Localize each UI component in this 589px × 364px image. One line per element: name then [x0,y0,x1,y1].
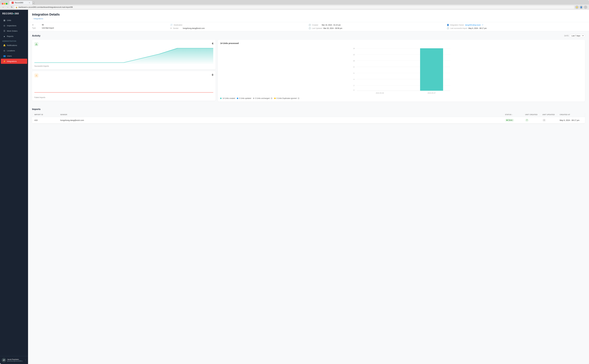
sidebar-item-notifications[interactable]: 🔔 Notifications [1,43,27,48]
sidebar-label-locations: Locations [7,50,15,52]
bar-chart-svg: 14 12 10 8 6 4 2 0 [220,46,583,95]
sidebar-item-reports[interactable]: ▲ Reports [1,34,27,39]
url-text: dashboard-s.record360.com/dashboard/inte… [18,6,73,8]
app-container: RECORD●360 ▦ Units ◎ Inspections ☰ Work … [0,10,589,364]
destination-icon: 📄 [170,24,173,26]
extensions-icon[interactable]: ⭐ [575,6,579,9]
cell-unit-created: 7 [525,119,543,122]
dot-yellow[interactable] [4,3,6,5]
address-bar[interactable]: 🔒 dashboard-s.record360.com/dashboard/in… [14,6,574,9]
col-sender-label: SENDER [60,114,67,116]
refresh-button[interactable]: ↻ [10,6,13,9]
dot-green[interactable] [6,3,7,5]
cell-status: Done [505,119,525,122]
successful-label: Successful Imports [34,65,213,67]
meta-last-import-row: 🕐 Last successful import May 6, 2024 - 0… [447,27,585,29]
user-menu-icon[interactable]: ⋮ [25,359,26,361]
units-processed-card: 14 Units processed 14 12 10 8 6 4 [218,40,585,102]
date-filter-select[interactable]: Last 7 days Last 30 days Last 90 days [570,34,585,38]
sidebar-item-inspections[interactable]: ◎ Inspections [1,23,27,28]
col-import-id: IMPORT ID [34,114,60,116]
chart-legend: 14 Units created 0 Units updated 0 Units… [220,97,583,99]
updated-icon: 🕐 [309,27,311,29]
warning-icon: ⚠ [36,74,37,77]
units-icon: ▦ [3,19,6,21]
legend-dot-unchanged [253,98,254,99]
sidebar-item-users[interactable]: 👥 Users [1,53,27,58]
back-button[interactable]: ← [2,6,5,9]
meta-type-row: Type Unit Mail Import [32,27,170,29]
status-dot [506,120,508,121]
import-icon: 🕐 [447,27,449,29]
breadcrumb[interactable]: ‹ Integrations [32,18,585,20]
sidebar-label-notifications: Notifications [7,44,17,46]
sidebar-label-reports: Reports [7,35,13,37]
sender-value: hongnhung.dang@evizi.com [183,27,205,29]
avatar-initials: JP [3,359,5,361]
sidebar-label-units: Units [7,19,11,21]
legend-label-updated: 0 Units updated [239,97,251,99]
activity-section: Activity DATE Last 7 days Last 30 days L… [28,31,589,108]
sidebar-item-units[interactable]: ▦ Units [1,18,27,23]
sidebar-label-users: Users [7,55,12,57]
browser-toolbar-icons: ⭐ 👤 ⋮ [575,6,587,9]
unchanged-info-icon[interactable]: ? [270,97,273,99]
imports-received-container: 4 [32,40,216,102]
svg-rect-17 [420,48,443,91]
new-tab-button[interactable]: + [33,2,34,5]
failed-line-chart [34,78,213,95]
sidebar-item-locations[interactable]: ◎ Locations [1,48,27,53]
page-header: Integration Details ‹ Integrations [28,10,589,22]
imports-table-title: Imports [32,108,585,110]
col-unit-created-label: UNIT CREATED [525,114,537,116]
sidebar-user-info: Jacob Pearlstein jpearlstein@record360.c [7,358,23,362]
browser-tab-bar: R Record360 ✕ + [0,0,589,5]
sender-icon: ✉ [170,27,172,29]
sidebar-avatar: JP [2,358,6,362]
svg-text:8: 8 [353,66,354,68]
sidebar-item-work-orders[interactable]: ☰ Work Orders [1,28,27,33]
dot-red[interactable] [2,3,3,5]
status-label: Done [508,119,512,121]
col-unit-updated: UNIT UPDATED [543,114,560,116]
legend-created: 14 Units created [220,97,235,99]
menu-icon[interactable]: ⋮ [584,6,587,9]
owner-link-icon[interactable]: ↗ [482,24,483,26]
svg-text:2024-05-07: 2024-05-07 [428,92,436,94]
failed-count: 0 [212,73,213,77]
successful-line-chart [34,47,213,64]
legend-label-unchanged: 0 Units unchanged [255,97,270,99]
last-import-label: Last successful import [450,27,467,29]
table-header: IMPORT ID SENDER STATUS ↕ UNIT CREATED [32,112,585,117]
imports-table: IMPORT ID SENDER STATUS ↕ UNIT CREATED [32,112,585,124]
browser-tab[interactable]: R Record360 ✕ [9,1,32,5]
breadcrumb-chevron: ‹ [32,18,33,20]
meta-owner-row: 👤 Integration Owner dang2601@qa.team ↗ [447,24,585,26]
integrations-icon: ⚡ [3,60,6,62]
id-value: 96 [42,24,44,26]
charts-grid: 4 [32,40,585,102]
sidebar-item-integrations[interactable]: ⚡ Integrations [1,59,27,64]
sidebar-user-email: jpearlstein@record360.c [7,360,23,362]
col-status[interactable]: STATUS ↕ [505,114,525,116]
main-content: Integration Details ‹ Integrations Id 96 [28,10,589,364]
imports-section: Imports IMPORT ID SENDER STATUS ↕ [28,108,589,127]
profile-icon[interactable]: 👤 [580,6,583,9]
svg-text:10: 10 [353,60,355,62]
sidebar-footer: JP Jacob Pearlstein jpearlstein@record36… [0,356,28,364]
unit-updated-count: 0 [543,119,546,122]
legend-label-duplicates: 0 Units Duplicates ignored [276,97,297,99]
tab-close-button[interactable]: ✕ [29,2,30,4]
forward-button[interactable]: → [6,6,9,9]
date-filter-container: DATE Last 7 days Last 30 days Last 90 da… [564,34,585,38]
meta-updated-row: 🕐 Last Updated Mar 20, 2024 - 09:56 pm [309,27,447,29]
svg-text:2024-05-06: 2024-05-06 [376,92,384,94]
owner-label: Integration Owner [450,24,464,26]
legend-duplicates: 0 Units Duplicates ignored ? [274,97,300,99]
meta-info-bar: Id 96 Type Unit Mail Import 📄 Destinatio… [28,22,589,31]
sidebar-label-integrations: Integrations [7,60,17,62]
updated-label: Last Updated [312,27,322,29]
duplicates-info-icon[interactable]: ? [298,97,300,99]
reports-icon: ▲ [3,35,6,37]
legend-updated: 0 Units updated [237,97,251,99]
